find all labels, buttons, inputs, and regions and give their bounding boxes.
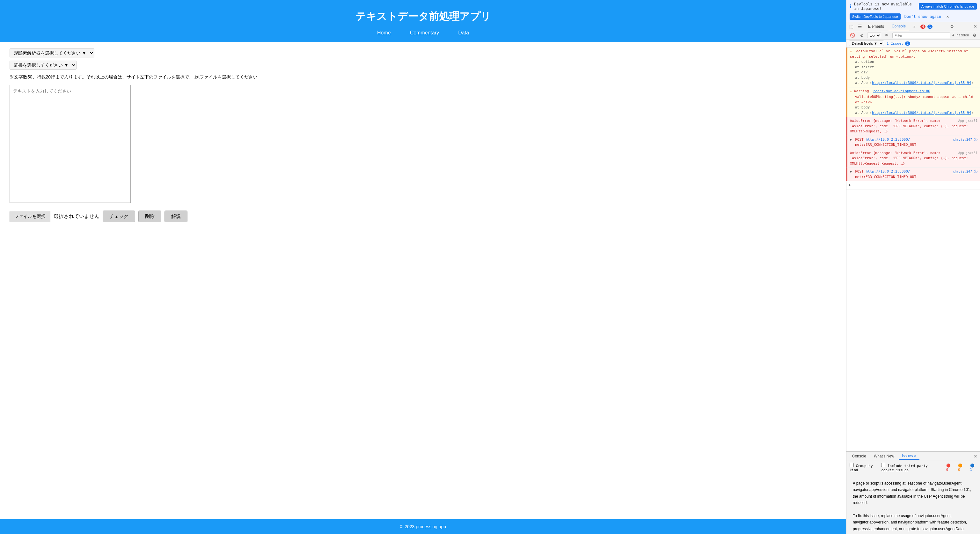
nav-commentary[interactable]: Commentary xyxy=(410,30,439,36)
xhr-link-2[interactable]: xhr.js:247 xyxy=(953,170,972,173)
stack-link-1[interactable]: http://localhost:3000/static/js/bundle.j… xyxy=(872,81,971,85)
issue-count-blue: 🔵 1 xyxy=(970,464,977,472)
warn-badge: 1 xyxy=(928,25,932,29)
issue-badge[interactable]: 1 Issue: 1 xyxy=(886,41,910,46)
console-clear-icon[interactable]: 🚫 xyxy=(848,32,857,38)
check-button[interactable]: チェック xyxy=(103,210,135,222)
context-select[interactable]: top xyxy=(867,32,881,38)
nav-data[interactable]: Data xyxy=(458,30,469,36)
bottom-content: A page or script is accessing at least o… xyxy=(846,474,980,534)
stack-link-2[interactable]: http://localhost:3000/static/js/bundle.j… xyxy=(872,111,971,115)
stack-1-select: at select xyxy=(855,65,977,70)
expand-arrow-2[interactable]: ▶ xyxy=(850,169,852,174)
app-footer: © 2023 processing app xyxy=(0,519,846,534)
third-party-label: Include third-party cookie issues xyxy=(881,463,941,472)
console-msg-4: xhr.js:247 ⓘ ▶ POST http://10.0.2.2:8000… xyxy=(846,136,980,149)
footer-text: © 2023 processing app xyxy=(400,524,446,529)
bottom-tab-console[interactable]: Console xyxy=(849,453,869,460)
hidden-badge: 4 hidden xyxy=(952,33,969,37)
text-input-area[interactable] xyxy=(10,85,131,203)
console-msg-expand: ▶ xyxy=(846,181,980,190)
msg-source-4: xhr.js:247 ⓘ xyxy=(953,137,977,143)
app-main: 形態素解析器を選択してください ▼ 辞書を選択してください ▼ ※文字数50、行… xyxy=(0,42,846,519)
bottom-close-icon[interactable]: ✕ xyxy=(974,454,977,459)
group-by-kind-checkbox[interactable] xyxy=(850,463,854,467)
console-msg-5: App.jsx:51 AxiosError {message: 'Network… xyxy=(846,149,980,168)
dont-show-link[interactable]: Don't show again xyxy=(903,14,943,19)
button-row: ファイルを選択 選択されていません チェック 削除 解説 xyxy=(10,210,837,222)
device-icon[interactable]: ☰ xyxy=(856,23,864,30)
issue-label: 1 Issue: xyxy=(886,41,904,46)
msg-source-5: App.jsx:51 xyxy=(958,151,977,155)
info-icon: ℹ xyxy=(850,3,851,10)
file-none-label: 選択されていません xyxy=(54,213,99,220)
issue-body: A page or script is accessing at least o… xyxy=(850,478,977,534)
warn-icon-2: ⚠ xyxy=(850,89,854,93)
net-err-2-url[interactable]: http://10.0.2.2:8000/ xyxy=(865,169,910,174)
file-select-button[interactable]: ファイルを選択 xyxy=(10,211,50,222)
issue-paragraph-2: To fix this issue, replace the usage of … xyxy=(853,513,974,532)
net-err-1-detail: net::ERR_CONNECTION_TIMED_OUT xyxy=(850,142,977,148)
stack-2-body: at body xyxy=(855,105,977,110)
devtools-close-icon[interactable]: ✕ xyxy=(972,23,979,30)
net-err-1-url[interactable]: http://10.0.2.2:8000/ xyxy=(865,137,910,142)
delete-button[interactable]: 削除 xyxy=(138,210,161,222)
level-select[interactable]: Default levels ▼ xyxy=(849,40,884,46)
bottom-tab-issues[interactable]: Issues × xyxy=(899,452,920,460)
error-badge: 4 xyxy=(920,25,926,29)
msg-text-1: `defaultValue` or `value` props on <sele… xyxy=(850,49,968,59)
level-row: Default levels ▼ 1 Issue: 1 xyxy=(846,40,980,48)
bottom-tab-whatsnew[interactable]: What's New xyxy=(871,453,897,460)
console-settings-icon[interactable]: ⚙ xyxy=(971,32,978,38)
issue-count-orange: 🟠 0 xyxy=(958,464,965,472)
app-container: テキストデータ前処理アプリ Home Commentary Data 形態素解析… xyxy=(0,0,846,534)
filter-input[interactable] xyxy=(892,32,950,38)
notice-text: ※文字数50、行数20行まで入ります。それ以上の場合は、サイト左下のファイルを選… xyxy=(10,74,837,80)
msg-warn-label: Warning: xyxy=(854,89,873,93)
stack-1-body: at body xyxy=(855,75,977,81)
warn-detail: validateDOMNesting(...): <body> cannot a… xyxy=(850,94,977,105)
net-err-1-method: POST xyxy=(855,137,865,142)
console-filter-icon[interactable]: ⊘ xyxy=(859,32,865,38)
console-msg-2: ⚠ Warning: react-dom.development.js:86 v… xyxy=(846,88,980,117)
console-messages: ⚠ `defaultValue` or `value` props on <se… xyxy=(846,48,980,451)
tab-elements[interactable]: Elements xyxy=(865,23,887,30)
stack-1-option: at option xyxy=(855,59,977,65)
inspect-icon[interactable]: ⬚ xyxy=(848,23,855,30)
app-nav: Home Commentary Data xyxy=(6,30,840,36)
third-party-checkbox[interactable] xyxy=(881,463,885,467)
commentary-button[interactable]: 解説 xyxy=(164,210,188,222)
devtools-toolbar: ⬚ ☰ Elements Console » 4 1 ⚙ ✕ xyxy=(846,22,980,31)
morphology-select[interactable]: 形態素解析器を選択してください ▼ xyxy=(10,48,94,57)
stack-1-div: at div xyxy=(855,70,977,75)
msg-source-6: xhr.js:247 ⓘ xyxy=(953,169,977,174)
bottom-tabs: Console What's New Issues × ✕ xyxy=(846,452,980,461)
net-err-2-detail: net::ERR_CONNECTION_TIMED_OUT xyxy=(850,174,977,180)
dictionary-select[interactable]: 辞書を選択してください ▼ xyxy=(10,61,76,70)
warn-source-link[interactable]: react-dom.development.js:86 xyxy=(873,89,930,93)
expand-arrow-3[interactable]: ▶ xyxy=(849,183,851,187)
tab-console[interactable]: Console xyxy=(888,23,909,30)
always-match-button[interactable]: Always match Chrome's language xyxy=(919,3,977,10)
issue-count: 1 xyxy=(905,41,910,46)
issue-count-red: 🔴 0 xyxy=(946,464,953,472)
axios-error-2: AxiosError {message: 'Network Error', na… xyxy=(850,151,968,166)
warn-icon-1: ⚠ xyxy=(850,49,854,53)
console-msg-3: App.jsx:51 AxiosError {message: 'Network… xyxy=(846,117,980,136)
xhr-link-1[interactable]: xhr.js:247 xyxy=(953,138,972,141)
expand-arrow-1[interactable]: ▶ xyxy=(850,137,852,142)
banner-close-icon[interactable]: × xyxy=(945,13,950,20)
eye-icon[interactable]: 👁 xyxy=(883,32,891,38)
switch-devtools-button[interactable]: Switch DevTools to Japanese xyxy=(850,13,900,20)
morphology-select-wrapper: 形態素解析器を選択してください ▼ xyxy=(10,48,837,57)
console-toolbar: 🚫 ⊘ top 👁 4 hidden ⚙ xyxy=(846,31,980,40)
stack-1-app: at App (http://localhost:3000/static/js/… xyxy=(855,80,977,86)
app-title: テキストデータ前処理アプリ xyxy=(6,10,840,24)
console-msg-1: ⚠ `defaultValue` or `value` props on <se… xyxy=(846,48,980,88)
dictionary-select-wrapper: 辞書を選択してください ▼ xyxy=(10,61,837,70)
settings-icon[interactable]: ⚙ xyxy=(948,23,956,30)
console-msg-6: xhr.js:247 ⓘ ▶ POST http://10.0.2.2:8000… xyxy=(846,168,980,181)
tab-more[interactable]: » xyxy=(910,23,918,30)
banner-text: DevTools is now available in Japanese! xyxy=(854,2,916,11)
nav-home[interactable]: Home xyxy=(377,30,391,36)
